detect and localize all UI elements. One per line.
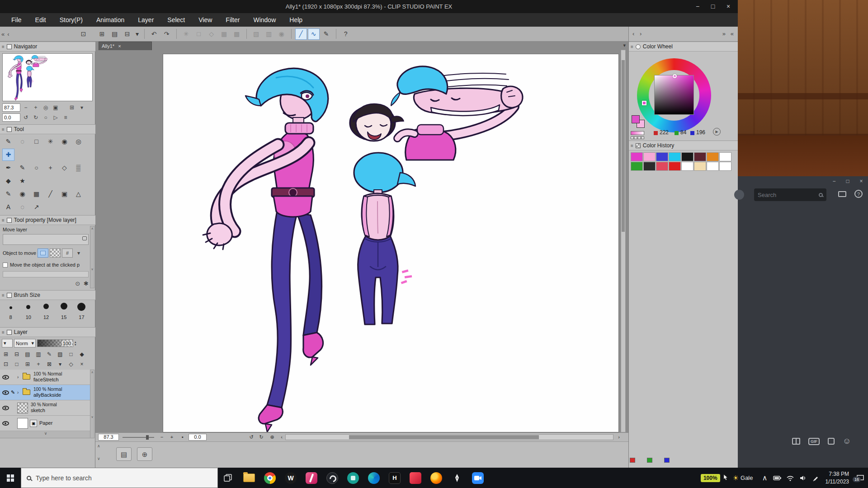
panel-fwd-icon[interactable]: › (640, 30, 642, 37)
layer-action-icon[interactable]: ⊟ (13, 350, 21, 359)
snap-ruler-button[interactable]: ╱ (295, 28, 307, 40)
zoom-in-button[interactable]: + (168, 434, 176, 441)
maximize-button[interactable]: □ (705, 0, 721, 13)
combine-layer-icon[interactable]: + (34, 360, 42, 369)
tool-eraser[interactable]: ◇ (58, 162, 71, 174)
canvas-zoom-input[interactable] (98, 434, 119, 441)
layer-palette-select[interactable]: ▾ (2, 339, 13, 347)
panel-menu-icon[interactable]: ≡ (631, 143, 633, 148)
tool-pen[interactable]: ✎ (2, 136, 14, 148)
rotate-left-icon[interactable]: ↺ (21, 113, 30, 122)
tool-airbrush[interactable]: ▒ (72, 162, 85, 174)
layer-thumbnail[interactable] (17, 403, 28, 413)
color-mode-toggle[interactable]: ▶ (713, 128, 721, 136)
menu-help[interactable]: Help (283, 13, 309, 27)
taskbar-app-huion[interactable]: H (384, 468, 405, 488)
taskbar-search-input[interactable] (36, 474, 185, 482)
panel-menu-icon[interactable]: ≡ (2, 330, 5, 335)
side-search[interactable] (754, 188, 826, 201)
brush-size-15[interactable] (55, 303, 73, 313)
help-button[interactable]: ? (340, 28, 352, 40)
docked-swatch-red[interactable] (630, 458, 635, 463)
expander-icon[interactable]: › (17, 375, 23, 380)
tool-ruler[interactable]: △ (72, 188, 85, 200)
tool-blend[interactable]: ◉ (16, 188, 28, 200)
taskbar-app-zoom[interactable] (467, 468, 488, 488)
transparent-color-chip[interactable] (631, 136, 644, 139)
menu-filter[interactable]: Filter (219, 13, 246, 27)
taskbar-app-file-explorer[interactable] (239, 468, 259, 488)
layer-row-paper[interactable]: ▣ Paper (0, 416, 91, 431)
deselect-button[interactable]: ✳ (180, 28, 192, 40)
layer-visibility-toggle[interactable] (0, 404, 11, 412)
brush-size-17[interactable] (73, 303, 90, 313)
action-center-button[interactable]: 16 (853, 468, 868, 488)
tool-frame[interactable]: ▣ (58, 188, 71, 200)
layer-action-icon[interactable]: ▤ (24, 350, 32, 359)
taskbar-clock[interactable]: 7:38 PM 1/11/2023 (826, 470, 849, 485)
blend-mode-select[interactable]: Norm▾ (14, 339, 36, 347)
nav-dropdown-icon[interactable]: ▾ (77, 103, 86, 112)
history-swatch[interactable] (643, 162, 656, 171)
brush-size-10[interactable] (19, 303, 37, 313)
sticker-icon[interactable] (828, 438, 835, 445)
tool-move[interactable]: ✚ (2, 149, 14, 161)
tool-zoom[interactable]: ◎ (72, 136, 85, 148)
subtool-dock-button[interactable]: ▤ (116, 447, 132, 461)
menu-window[interactable]: Window (246, 13, 283, 27)
main-color-chip[interactable] (632, 115, 640, 123)
snap-special-ruler-button[interactable]: ∿ (308, 28, 320, 40)
panel-menu-icon[interactable]: ≡ (2, 44, 5, 49)
history-swatch[interactable] (643, 152, 656, 161)
navigator-rotate-input[interactable] (2, 113, 20, 122)
new-file-button[interactable]: ⊞ (96, 28, 108, 40)
gif-picker-icon[interactable]: GIF (808, 438, 820, 445)
object-type-grid-button[interactable]: # (62, 249, 73, 258)
layer-action-icon[interactable]: □ (67, 350, 75, 359)
zoom-fit-icon[interactable]: ◎ (41, 103, 50, 112)
collapse-left2-icon[interactable]: ‹ (7, 31, 9, 38)
weather-label[interactable]: Gale (741, 474, 753, 481)
layer-action-icon[interactable]: ◆ (78, 350, 86, 359)
object-select-button[interactable]: ⊡ (78, 28, 90, 40)
fill-button[interactable]: ◉ (276, 28, 288, 40)
taskbar-app-clip-studio[interactable] (301, 468, 322, 488)
panel-collapse-icon[interactable]: « (731, 30, 734, 37)
menu-animation[interactable]: Animation (90, 13, 131, 27)
quick-access-button[interactable]: ⊕ (137, 447, 152, 461)
move-clicked-checkbox[interactable] (3, 263, 8, 267)
help-circle-icon[interactable]: ? (854, 190, 863, 198)
battery-icon[interactable] (771, 468, 784, 488)
new-layer-icon[interactable]: ⊡ (2, 360, 10, 369)
docked-swatch-blue[interactable] (664, 458, 670, 463)
tool-line[interactable]: ╱ (44, 188, 57, 200)
tool-balloon2[interactable]: ◌ (16, 201, 28, 213)
history-swatch[interactable] (681, 152, 693, 161)
tablet-battery-indicator[interactable]: 100% (701, 474, 720, 482)
layer-visibility-toggle[interactable] (0, 389, 11, 397)
canvas-vertical-scrollbar[interactable] (621, 50, 626, 432)
history-swatch[interactable] (631, 162, 643, 171)
pen-settings-icon[interactable] (809, 468, 822, 488)
navigator-zoom-input[interactable] (2, 103, 20, 112)
history-swatch[interactable] (719, 152, 731, 161)
side-close-button[interactable]: × (854, 176, 868, 186)
effect-layer-icon[interactable]: ◇ (67, 360, 75, 369)
tool-auto-select[interactable]: ✳ (44, 136, 57, 148)
mirror-icon[interactable]: ▷ (51, 113, 60, 122)
tool-text[interactable]: A (2, 201, 14, 213)
rotate-right-button[interactable]: ↻ (257, 434, 265, 441)
rotate-reset-icon[interactable]: ○ (41, 113, 50, 122)
stopwatch-icon[interactable]: ⊙ (75, 280, 80, 287)
close-button[interactable]: × (721, 0, 736, 13)
minimize-button[interactable]: − (690, 0, 705, 13)
tool-gradient[interactable]: ▦ (30, 188, 42, 200)
menu-file[interactable]: File (5, 13, 28, 27)
object-type-raster-button[interactable] (50, 249, 61, 258)
taskbar-app-wattpad[interactable]: W (280, 468, 301, 488)
layer-thumbnail[interactable] (17, 418, 28, 429)
shrink-selection-button[interactable]: ▩ (231, 28, 243, 40)
tool-correction[interactable]: + (44, 162, 57, 174)
docked-swatch-green[interactable] (647, 458, 652, 463)
canvas-horizontal-scrollbar[interactable] (285, 434, 613, 440)
